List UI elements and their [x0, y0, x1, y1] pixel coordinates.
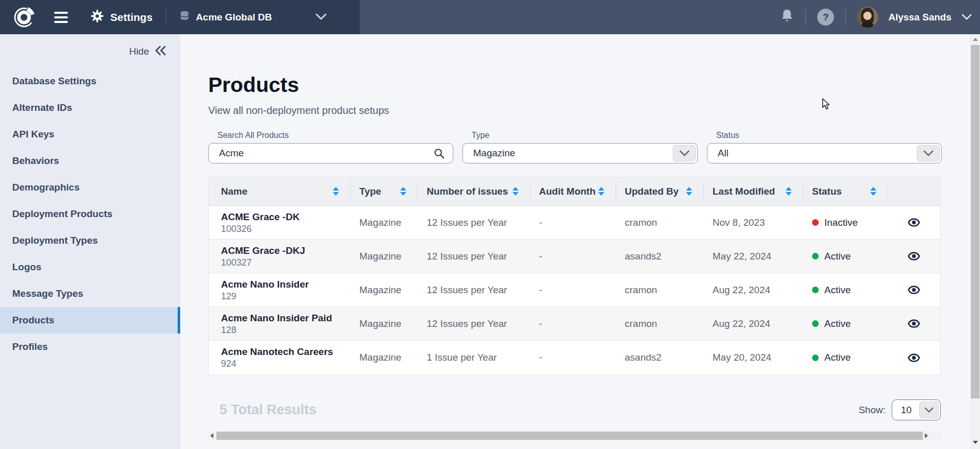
- cell-status: Active: [803, 273, 888, 306]
- type-field-group: Type Magazine: [462, 131, 698, 163]
- vertical-scrollbar-thumb[interactable]: [971, 45, 979, 398]
- column-header-type[interactable]: Type: [350, 177, 418, 205]
- sidebar-item-deployment-types[interactable]: Deployment Types: [0, 227, 180, 254]
- sort-icon[interactable]: [598, 187, 604, 196]
- sort-icon[interactable]: [786, 187, 792, 196]
- sidebar-item-profiles[interactable]: Profiles: [0, 334, 180, 360]
- chevron-down-icon[interactable]: [917, 145, 940, 161]
- topbar-divider: [166, 9, 166, 26]
- sidebar-hide-button[interactable]: Hide: [0, 34, 180, 58]
- collapse-double-chevron-icon: [154, 45, 167, 58]
- cell-actions: [888, 206, 940, 239]
- app-logo-icon[interactable]: [12, 6, 36, 29]
- status-text: Active: [824, 251, 851, 262]
- status-dot: [812, 320, 819, 327]
- table-row[interactable]: ACME Grace -DKJ 100327 Magazine 12 Issue…: [209, 240, 940, 273]
- product-name: ACME Grace -DKJ: [221, 245, 305, 257]
- help-icon[interactable]: ?: [817, 9, 834, 26]
- cell-updated-by: cramon: [616, 273, 703, 306]
- sidebar-item-alternate-ids[interactable]: Alternate IDs: [0, 94, 180, 121]
- chevron-down-icon[interactable]: [919, 401, 939, 418]
- scroll-right-arrow-icon[interactable]: [923, 431, 930, 440]
- status-select[interactable]: All: [707, 143, 942, 163]
- cell-updated-by: cramon: [616, 206, 703, 239]
- sort-icon[interactable]: [686, 187, 692, 196]
- view-eye-icon[interactable]: [908, 216, 920, 229]
- scroll-up-arrow-icon[interactable]: [970, 35, 980, 43]
- sidebar-item-products[interactable]: Products: [0, 307, 180, 334]
- sort-icon[interactable]: [400, 187, 406, 196]
- cell-type: Magazine: [350, 206, 418, 239]
- cell-issues: 1 Issue per Year: [418, 341, 530, 374]
- sort-icon[interactable]: [870, 187, 876, 196]
- sidebar-item-logos[interactable]: Logos: [0, 254, 180, 280]
- cell-actions: [888, 307, 940, 340]
- table-row[interactable]: ACME Grace -DK 100326 Magazine 12 Issues…: [209, 206, 940, 240]
- sidebar-item-database-settings[interactable]: Database Settings: [0, 68, 180, 94]
- cell-status: Inactive: [803, 206, 888, 239]
- search-input[interactable]: [208, 143, 453, 163]
- chevron-down-icon[interactable]: [673, 145, 696, 161]
- search-icon[interactable]: [433, 148, 445, 161]
- avatar[interactable]: [857, 7, 878, 28]
- table-row[interactable]: Acme Nano Insider Paid 128 Magazine 12 I…: [209, 307, 940, 341]
- type-select[interactable]: Magazine: [462, 143, 698, 163]
- column-header-number-of-issues[interactable]: Number of issues: [418, 177, 530, 205]
- column-header-last-modified[interactable]: Last Modified: [703, 177, 803, 205]
- horizontal-scrollbar[interactable]: [208, 431, 941, 440]
- view-eye-icon[interactable]: [908, 351, 920, 364]
- cell-audit-month: -: [530, 206, 616, 239]
- table-header-row: Name Type Number of issues Audit Month U…: [209, 177, 940, 206]
- sidebar-item-behaviors[interactable]: Behaviors: [0, 148, 180, 174]
- product-id: 100326: [221, 223, 252, 234]
- table-row[interactable]: Acme Nano Insider 129 Magazine 12 Issues…: [209, 273, 940, 307]
- cell-name: Acme Nano Insider Paid 128: [209, 307, 350, 340]
- table-row[interactable]: Acme Nanotech Careers 924 Magazine 1 Iss…: [209, 341, 940, 374]
- column-header-actions[interactable]: [888, 177, 940, 205]
- database-name: Acme Global DB: [196, 12, 272, 23]
- product-name: Acme Nano Insider Paid: [221, 312, 332, 324]
- column-label: Audit Month: [539, 186, 596, 197]
- sort-icon[interactable]: [512, 187, 519, 196]
- sidebar-item-api-keys[interactable]: API Keys: [0, 121, 180, 148]
- settings-nav[interactable]: Settings: [90, 9, 153, 25]
- sidebar-item-message-types[interactable]: Message Types: [0, 280, 180, 307]
- vertical-scrollbar[interactable]: [970, 34, 980, 449]
- scroll-down-arrow-icon[interactable]: [970, 438, 980, 446]
- cell-last-modified: May 22, 2024: [703, 240, 803, 273]
- column-header-audit-month[interactable]: Audit Month: [530, 177, 616, 205]
- cell-last-modified: May 20, 2024: [703, 341, 803, 374]
- table-body: ACME Grace -DK 100326 Magazine 12 Issues…: [209, 206, 940, 374]
- menu-icon[interactable]: [54, 12, 68, 23]
- column-header-updated-by[interactable]: Updated By: [616, 177, 703, 205]
- status-text: Active: [824, 285, 851, 296]
- status-text: Inactive: [824, 217, 857, 228]
- scroll-left-arrow-icon[interactable]: [208, 431, 215, 440]
- cell-type: Magazine: [350, 341, 418, 374]
- product-name: ACME Grace -DK: [221, 211, 300, 223]
- cell-last-modified: Aug 22, 2024: [703, 307, 803, 340]
- view-eye-icon[interactable]: [908, 250, 920, 263]
- cell-issues: 12 Issues per Year: [418, 240, 530, 273]
- total-results: 5 Total Results: [208, 402, 316, 418]
- column-header-status[interactable]: Status: [803, 177, 888, 205]
- column-header-name[interactable]: Name: [209, 177, 350, 205]
- cell-type: Magazine: [350, 273, 418, 306]
- status-dot: [812, 253, 819, 259]
- column-label: Type: [359, 186, 381, 197]
- user-menu-chevron-icon[interactable]: [962, 13, 972, 22]
- cell-status: Active: [803, 307, 888, 340]
- sort-icon[interactable]: [333, 187, 339, 196]
- cell-audit-month: -: [530, 341, 616, 374]
- database-selector[interactable]: Acme Global DB: [179, 10, 332, 24]
- page-size-select[interactable]: 10: [892, 399, 941, 420]
- sidebar-item-deployment-products[interactable]: Deployment Products: [0, 201, 180, 227]
- horizontal-scrollbar-thumb[interactable]: [216, 432, 923, 440]
- column-label: Name: [221, 186, 248, 197]
- page-subtitle: View all non-deployment product setups: [208, 105, 941, 116]
- view-eye-icon[interactable]: [908, 283, 920, 296]
- view-eye-icon[interactable]: [908, 317, 920, 330]
- sidebar-item-demographics[interactable]: Demographics: [0, 174, 180, 201]
- column-label: Last Modified: [713, 186, 775, 197]
- notifications-bell-icon[interactable]: [780, 9, 794, 26]
